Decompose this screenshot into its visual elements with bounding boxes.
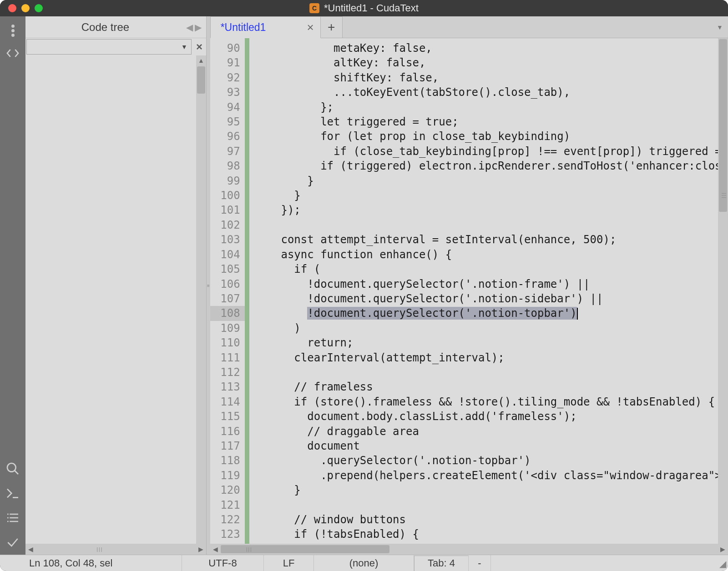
close-window-button[interactable] xyxy=(8,4,16,12)
status-line-ending[interactable]: LF xyxy=(264,555,314,571)
status-lexer[interactable]: (none) xyxy=(314,555,414,571)
svg-point-0 xyxy=(7,463,16,472)
panel-close-button[interactable]: × xyxy=(192,40,206,53)
status-tab-size[interactable]: Tab: 4 xyxy=(414,556,469,571)
app-window: C *Untitled1 - CudaText xyxy=(0,0,728,571)
line-number-gutter[interactable]: 9091929394959697989910010110210310410510… xyxy=(210,38,245,544)
list-button[interactable] xyxy=(0,506,25,530)
editor-hscrollbar[interactable]: ◀ ||| ▶ xyxy=(210,544,728,555)
text-selection: !document.querySelector('.notion-topbar'… xyxy=(307,307,576,320)
status-bar: Ln 108, Col 48, sel UTF-8 LF (none) Tab:… xyxy=(0,555,728,571)
window-resize-grip[interactable]: ◢ xyxy=(719,558,726,569)
app-icon: C xyxy=(309,3,319,13)
panel-nav-arrows[interactable]: ◀▶ xyxy=(185,22,206,33)
titlebar: C *Untitled1 - CudaText xyxy=(0,0,728,16)
panel-title: Code tree xyxy=(25,21,185,34)
status-extra[interactable]: - xyxy=(469,555,491,571)
tab-close-icon[interactable]: × xyxy=(307,20,313,35)
code-tree-body[interactable]: ▲ xyxy=(25,55,206,544)
traffic-lights xyxy=(8,4,43,12)
tab-label: *Untitled1 xyxy=(221,21,266,34)
minimize-window-button[interactable] xyxy=(21,4,30,12)
sidebar-hscrollbar[interactable]: ◀ ||| ▶ xyxy=(25,544,206,555)
activity-bar xyxy=(0,16,25,555)
console-button[interactable] xyxy=(0,481,25,506)
search-button[interactable] xyxy=(0,456,25,481)
new-tab-button[interactable]: + xyxy=(321,16,343,38)
code-tree-button[interactable] xyxy=(0,41,25,65)
window-title: *Untitled1 - CudaText xyxy=(324,2,419,14)
menu-button[interactable] xyxy=(0,16,25,41)
status-encoding[interactable]: UTF-8 xyxy=(182,555,264,571)
code-tree-panel: Code tree ◀▶ ▼ × ▲ ◀ ||| ▶ xyxy=(25,16,207,555)
splitter-handle[interactable]: ≡ xyxy=(207,16,210,555)
editor-area: *Untitled1 × + ▼ 90919293949596979899100… xyxy=(210,16,728,555)
tab-bar: *Untitled1 × + ▼ xyxy=(210,16,728,38)
code-editor[interactable]: metaKey: false, altKey: false, shiftKey:… xyxy=(249,38,728,544)
check-button[interactable] xyxy=(0,530,25,555)
editor-vscrollbar[interactable]: ||| xyxy=(718,38,728,544)
tab-overflow-button[interactable]: ▼ xyxy=(712,16,728,38)
text-caret xyxy=(577,308,578,320)
maximize-window-button[interactable] xyxy=(35,4,43,12)
sidebar-vscrollbar[interactable]: ▲ xyxy=(196,55,206,544)
window-title-group: C *Untitled1 - CudaText xyxy=(309,2,419,14)
code-tree-filter-dropdown[interactable]: ▼ xyxy=(26,39,192,55)
status-cursor-pos[interactable]: Ln 108, Col 48, sel xyxy=(0,555,182,571)
fold-strip[interactable] xyxy=(245,38,249,544)
tab-untitled1[interactable]: *Untitled1 × xyxy=(210,16,321,38)
